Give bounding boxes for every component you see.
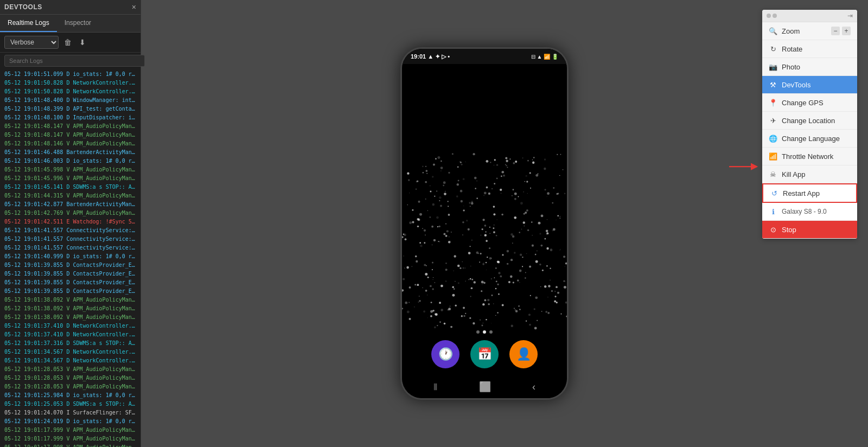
log-line: 05-12 19:01:28.053 V APM_AudioPolicyMana… xyxy=(0,382,141,391)
log-line: 05-12 19:01:48.399 D API_test: getContai… xyxy=(0,105,141,113)
log-line: 05-12 19:01:42.769 V APM_AudioPolicyMana… xyxy=(0,209,141,218)
log-line: 05-12 19:01:38.092 V APM_AudioPolicyMana… xyxy=(0,296,141,304)
sidebar-item-device-info[interactable]: ℹ Galaxy S8 - 9.0 xyxy=(762,203,857,221)
sidebar-item-stop[interactable]: ⊙ Stop xyxy=(762,221,857,239)
home-dot xyxy=(489,330,493,334)
sidebar-rotate-label: Rotate xyxy=(782,45,802,53)
status-icons: ⊟ ▲ 📶 🔋 xyxy=(531,54,558,60)
log-line: 05-12 19:01:25.053 D SDWMS:a s STOP:: AP… xyxy=(0,400,141,408)
devtools-title: DEVTOOLS xyxy=(4,3,42,11)
sidebar-item-photo[interactable]: 📷 Photo xyxy=(762,58,857,76)
network-icon: 📶 xyxy=(769,152,777,161)
log-line: 05-12 19:01:17.999 V APM_AudioPolicyMana… xyxy=(0,426,141,435)
log-line: 05-12 19:01:39.855 D ContactsProvider_Ev… xyxy=(0,270,141,278)
log-line: 05-12 19:01:45.998 V APM_AudioPolicyMana… xyxy=(0,165,141,174)
close-icon[interactable]: × xyxy=(132,3,136,11)
rotate-icon: ↻ xyxy=(769,44,777,53)
restart-arrow xyxy=(729,159,762,176)
right-sidebar-menu: ⇥ 🔍 Zoom − + ↻ Rotate 📷 Photo ⚒ DevTools… xyxy=(762,10,857,239)
tab-realtime-logs[interactable]: Realtime Logs xyxy=(0,15,57,32)
nav-back-button[interactable]: ‹ xyxy=(532,381,535,393)
log-line: 05-12 19:01:37.410 D NetworkController.M… xyxy=(0,330,141,339)
log-line: 05-12 19:01:48.146 V APM_AudioPolicyMana… xyxy=(0,139,141,148)
sidebar-item-throttle-network[interactable]: 📶 Throttle Network xyxy=(762,148,857,165)
verbose-select[interactable]: Verbose Debug Info Warning Error xyxy=(4,36,59,49)
log-line: 05-12 19:01:48.400 D WindowManager: inte… xyxy=(0,96,141,105)
zoom-plus-button[interactable]: + xyxy=(842,27,851,35)
info-icon: ℹ xyxy=(769,207,777,216)
sidebar-item-rotate[interactable]: ↻ Rotate xyxy=(762,40,857,58)
dock-area: 🕐 📅 👤 xyxy=(402,330,567,368)
log-line: 05-12 19:01:17.998 V APM_AudioPolicyMana… xyxy=(0,443,141,447)
log-container: 05-12 19:01:51.099 D io_stats: 1# 0,0 r … xyxy=(0,69,141,447)
log-line: 05-12 19:01:48.147 V APM_AudioPolicyMana… xyxy=(0,122,141,131)
sidebar-item-change-language[interactable]: 🌐 Change Language xyxy=(762,130,857,148)
nav-recents-button[interactable]: ⦀ xyxy=(433,381,438,393)
phone-frame: 19:01 ▲ ✦ ▷ • ⊟ ▲ 📶 🔋 🕐 📅 👤 ⦀ xyxy=(400,47,569,400)
log-line: 05-12 19:01:42.511 E Watchdog: !#Sync 59… xyxy=(0,218,141,226)
log-line: 05-12 19:01:51.099 D io_stats: 1# 0,0 r … xyxy=(0,70,141,79)
log-line: 05-12 19:01:46.003 D io_stats: 1# 0,0 r … xyxy=(0,157,141,165)
arrow-svg xyxy=(729,159,762,174)
restart-icon: ↺ xyxy=(770,189,778,197)
zoom-icon: 🔍 xyxy=(769,27,777,35)
sidebar-item-devtools[interactable]: ⚒ DevTools xyxy=(762,76,857,94)
sidebar-collapse-arrow[interactable]: ⇥ xyxy=(847,12,853,20)
devtools-titlebar: DEVTOOLS × xyxy=(0,0,141,15)
nav-home-button[interactable]: ⬜ xyxy=(479,381,491,393)
dock-icon-calendar[interactable]: 📅 xyxy=(470,340,499,368)
sidebar-device-label: Galaxy S8 - 9.0 xyxy=(782,208,827,215)
log-line: 05-12 19:01:39.855 D ContactsProvider_Ev… xyxy=(0,287,141,296)
sidebar-gps-label: Change GPS xyxy=(782,99,824,107)
status-bar: 19:01 ▲ ✦ ▷ • ⊟ ▲ 📶 🔋 xyxy=(402,49,567,64)
sidebar-dot xyxy=(773,14,777,18)
sidebar-item-zoom[interactable]: 🔍 Zoom − + xyxy=(762,22,857,40)
photo-icon: 📷 xyxy=(769,62,777,71)
home-dot-active xyxy=(483,330,486,334)
clear-logs-button[interactable]: 🗑 xyxy=(62,37,74,48)
sidebar-stop-label: Stop xyxy=(782,226,796,234)
sidebar-item-change-location[interactable]: ✈ Change Location xyxy=(762,112,857,130)
zoom-minus-button[interactable]: − xyxy=(831,27,840,35)
dock-icon-clock[interactable]: 🕐 xyxy=(431,340,459,368)
language-icon: 🌐 xyxy=(769,134,777,143)
log-line: 05-12 19:01:41.557 ConnectivityService: … xyxy=(0,235,141,244)
home-dots xyxy=(476,330,493,334)
log-line: 05-12 19:01:28.053 V APM_AudioPolicyMana… xyxy=(0,374,141,382)
sidebar-network-label: Throttle Network xyxy=(782,152,833,161)
stop-icon: ⊙ xyxy=(769,225,777,234)
log-line: 05-12 19:01:39.855 D ContactsProvider_Ev… xyxy=(0,261,141,270)
sidebar-item-change-gps[interactable]: 📍 Change GPS xyxy=(762,94,857,112)
sidebar-language-label: Change Language xyxy=(782,135,840,143)
home-dot xyxy=(476,330,480,334)
log-line: 05-12 19:01:38.092 V APM_AudioPolicyMana… xyxy=(0,313,141,322)
sidebar-item-kill-app[interactable]: ☠ Kill App xyxy=(762,165,857,183)
sidebar-location-label: Change Location xyxy=(782,117,835,125)
log-line: 05-12 19:01:45.141 D SDWMS:a s STOP:: AP… xyxy=(0,183,141,191)
devtools-toolbar: Verbose Debug Info Warning Error 🗑 ⬇ xyxy=(0,33,141,53)
download-logs-button[interactable]: ⬇ xyxy=(77,37,88,48)
log-line: 05-12 19:01:37.410 D NetworkController.M… xyxy=(0,322,141,330)
sidebar-dot xyxy=(767,14,771,18)
dock-icon-contacts[interactable]: 👤 xyxy=(509,340,538,368)
zoom-controls: − + xyxy=(831,27,851,35)
log-line: 05-12 19:01:24.019 D io_stats: 1# 0,0 r … xyxy=(0,417,141,426)
sidebar-header: ⇥ xyxy=(762,10,857,22)
search-logs-input[interactable] xyxy=(4,55,145,67)
sidebar-restart-label: Restart App xyxy=(783,189,820,197)
log-line: 05-12 19:01:38.092 V APM_AudioPolicyMana… xyxy=(0,304,141,313)
log-line: 05-12 19:01:34.567 D NetworkController.M… xyxy=(0,348,141,356)
log-line: 05-12 19:01:46.488 BartenderActivityMana… xyxy=(0,148,141,157)
log-line: 05-12 19:01:42.877 BartenderActivityMana… xyxy=(0,200,141,209)
tab-inspector[interactable]: Inspector xyxy=(57,15,99,32)
dock-icons: 🕐 📅 👤 xyxy=(431,340,538,368)
log-line: 05-12 19:01:28.053 V APM_AudioPolicyMana… xyxy=(0,365,141,374)
sidebar-zoom-label: Zoom xyxy=(782,27,800,35)
sidebar-photo-label: Photo xyxy=(782,63,800,71)
sidebar-devtools-label: DevTools xyxy=(782,81,810,89)
sidebar-item-restart-app[interactable]: ↺ Restart App xyxy=(762,183,857,203)
devtools-icon: ⚒ xyxy=(769,80,777,89)
log-line: 05-12 19:01:45.996 V APM_AudioPolicyMana… xyxy=(0,174,141,183)
log-line: 05-12 19:01:37.316 D SDWMS:a s STOP:: AP… xyxy=(0,339,141,348)
log-line: 05-12 19:01:48.100 D InputDispatcher: in… xyxy=(0,113,141,122)
